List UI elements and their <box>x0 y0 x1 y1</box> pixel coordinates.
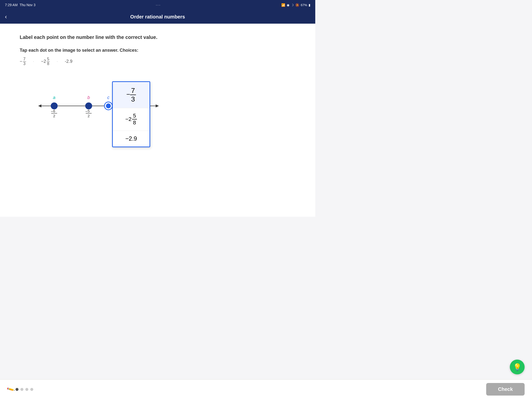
choice-2-frac: 58 <box>47 57 50 66</box>
status-dots: ··· <box>156 3 161 7</box>
instruction-text: Tap each dot on the image to select an a… <box>20 48 296 53</box>
dot-b[interactable] <box>85 102 92 109</box>
dropdown-mixed-2: −258 <box>125 113 137 126</box>
date: Thu Nov 3 <box>19 3 35 7</box>
dropdown-item-2[interactable]: −258 <box>113 108 150 131</box>
tick-label-neg6-num: − <box>51 109 53 114</box>
tick-label-6-den: 2 <box>53 114 55 118</box>
dropdown-frac-1: 73 <box>130 86 136 103</box>
battery-text: 67% <box>301 3 307 7</box>
right-arrow <box>156 104 159 107</box>
back-button[interactable]: ‹ <box>5 13 7 20</box>
dropdown-decimal-3: −2.9 <box>125 135 137 142</box>
dot-c-inner <box>106 103 111 108</box>
left-arrow <box>38 104 41 107</box>
dropdown-popup: −73 −258 −2.9 <box>112 81 150 147</box>
label-c: c <box>107 95 110 100</box>
tick-label-neg5-num: − <box>85 109 87 114</box>
dot-a[interactable] <box>51 102 58 109</box>
choice-1-frac: 73 <box>23 57 26 66</box>
battery-icon: ▮ <box>309 3 310 7</box>
dropdown-item-3[interactable]: −2.9 <box>113 131 150 147</box>
choice-3: -2.9 <box>65 59 72 64</box>
page-title: Order rational numbers <box>130 14 185 20</box>
tick-label-5-den: 2 <box>88 114 90 118</box>
tick-label-5: 5 <box>88 109 90 113</box>
number-line-area: a b c − 6 2 − 5 <box>20 74 296 129</box>
tick-label-6: 6 <box>53 109 55 113</box>
status-left: 7:29 AM Thu Nov 3 <box>5 3 35 7</box>
status-bar: 7:29 AM Thu Nov 3 ··· 📶 ◉ ☽ 🔕 67% ▮ <box>0 0 315 10</box>
mute-icon: 🔕 <box>295 3 299 7</box>
signal-icon: 📶 <box>281 3 285 7</box>
main-content: Label each point on the number line with… <box>0 24 315 217</box>
label-b: b <box>87 95 90 100</box>
nav-bar: ‹ Order rational numbers <box>0 10 315 24</box>
choice-1: −73 <box>20 57 26 66</box>
choice-2: −258 <box>41 57 50 66</box>
dropdown-item-1[interactable]: −73 <box>113 82 150 108</box>
question-main: Label each point on the number line with… <box>20 33 296 41</box>
time: 7:29 AM <box>5 3 17 7</box>
label-a: a <box>53 95 55 100</box>
moon-icon: ☽ <box>291 3 294 7</box>
status-right: 📶 ◉ ☽ 🔕 67% ▮ <box>281 3 310 7</box>
choices-display: −73 · −258 · -2.9 <box>20 57 296 66</box>
wifi-icon: ◉ <box>287 3 289 7</box>
